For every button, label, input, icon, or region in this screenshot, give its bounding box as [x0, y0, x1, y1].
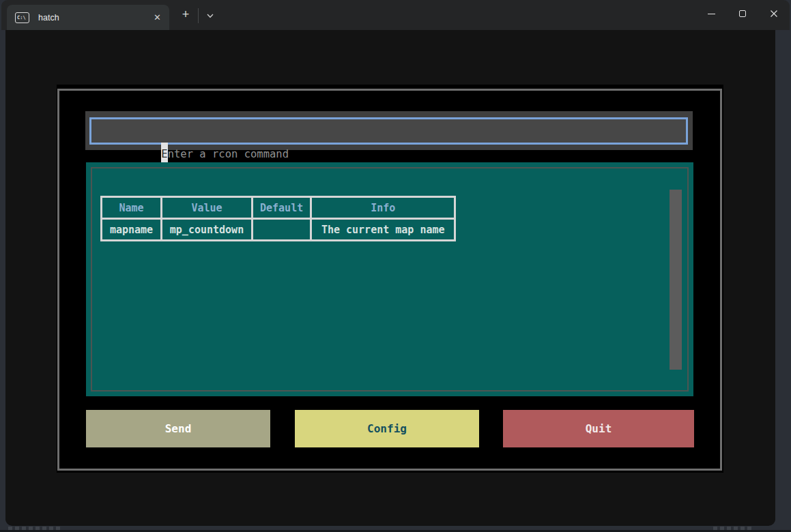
table-row[interactable]: mapname mp_countdown The current map nam… [102, 219, 455, 241]
tab-close-icon[interactable]: ✕ [154, 13, 161, 22]
close-icon [770, 10, 778, 18]
cell-default[interactable] [253, 219, 311, 241]
tab-hatch[interactable]: C:\ hatch ✕ [7, 5, 169, 30]
quit-button[interactable]: Quit [503, 410, 694, 447]
cell-name[interactable]: mapname [102, 219, 162, 241]
send-button[interactable]: Send [86, 410, 270, 447]
desktop: C:\ hatch ✕ + Ente [0, 0, 791, 532]
config-button[interactable]: Config [295, 410, 479, 447]
column-header-value[interactable]: Value [162, 197, 253, 219]
cell-info[interactable]: The current map name [311, 219, 455, 241]
maximize-button[interactable] [727, 0, 758, 27]
tab-title: hatch [38, 13, 59, 23]
chevron-down-icon [206, 12, 214, 20]
minimize-button[interactable] [695, 0, 727, 27]
table-header-row: Name Value Default Info [102, 197, 455, 219]
scrollbar-thumb[interactable] [670, 190, 682, 370]
input-placeholder: nter a rcon command [168, 148, 289, 160]
column-header-info[interactable]: Info [311, 197, 455, 219]
cvar-panel: Name Value Default Info mapname mp_count… [86, 162, 693, 396]
cvar-table: Name Value Default Info mapname mp_count… [100, 196, 456, 241]
new-tab-button[interactable]: + [177, 7, 195, 24]
rcon-command-input[interactable]: Enter a rcon command [89, 117, 688, 145]
cell-value[interactable]: mp_countdown [162, 219, 253, 241]
minimize-icon [708, 14, 715, 14]
tabbar-divider [198, 8, 199, 23]
command-input-container: Enter a rcon command [85, 111, 693, 150]
close-button[interactable] [758, 0, 790, 27]
maximize-icon [739, 10, 746, 17]
terminal-viewport: Enter a rcon command Name Value Default … [5, 30, 775, 526]
terminal-prompt-icon: C:\ [15, 12, 29, 23]
column-header-default[interactable]: Default [253, 197, 311, 219]
tab-bar: C:\ hatch ✕ + [1, 0, 790, 30]
window-controls [695, 0, 790, 27]
tab-dropdown-button[interactable] [203, 9, 218, 23]
rcon-app: Enter a rcon command Name Value Default … [57, 85, 723, 473]
column-header-name[interactable]: Name [102, 197, 162, 219]
